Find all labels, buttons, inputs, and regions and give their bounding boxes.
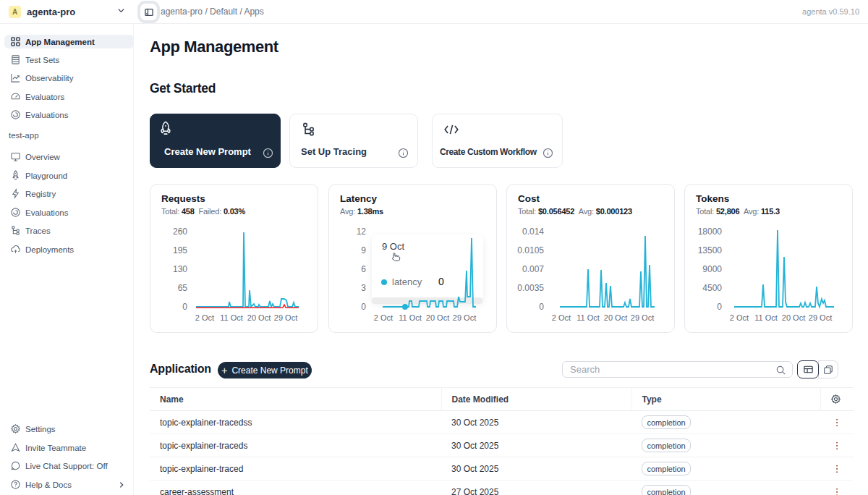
svg-text:29 Oct: 29 Oct xyxy=(809,313,832,322)
svg-text:0.0035: 0.0035 xyxy=(517,283,544,293)
svg-text:0.0105: 0.0105 xyxy=(517,245,544,255)
svg-text:0: 0 xyxy=(182,302,187,312)
svg-text:11 Oct: 11 Oct xyxy=(754,313,778,322)
svg-text:11 Oct: 11 Oct xyxy=(576,313,600,322)
svg-text:65: 65 xyxy=(178,283,188,293)
svg-text:0: 0 xyxy=(539,302,544,312)
svg-text:11 Oct: 11 Oct xyxy=(220,313,243,322)
svg-text:3: 3 xyxy=(361,283,366,293)
svg-text:9000: 9000 xyxy=(702,264,722,274)
svg-text:0: 0 xyxy=(717,302,722,312)
svg-text:20 Oct: 20 Oct xyxy=(426,313,449,322)
svg-text:130: 130 xyxy=(173,264,187,274)
svg-text:29 Oct: 29 Oct xyxy=(631,313,654,322)
svg-text:260: 260 xyxy=(173,227,187,237)
svg-text:18000: 18000 xyxy=(698,227,723,237)
svg-text:2 Oct: 2 Oct xyxy=(374,313,393,322)
svg-text:0.007: 0.007 xyxy=(522,264,544,274)
svg-text:20 Oct: 20 Oct xyxy=(604,313,627,322)
svg-text:4500: 4500 xyxy=(702,283,722,293)
svg-text:9: 9 xyxy=(361,245,366,255)
svg-text:2 Oct: 2 Oct xyxy=(552,313,571,322)
svg-text:12: 12 xyxy=(357,227,367,237)
svg-text:0.014: 0.014 xyxy=(522,227,544,237)
svg-text:2 Oct: 2 Oct xyxy=(195,313,214,322)
svg-text:29 Oct: 29 Oct xyxy=(274,313,297,322)
svg-text:0: 0 xyxy=(361,302,366,312)
svg-text:11 Oct: 11 Oct xyxy=(399,313,422,322)
svg-text:20 Oct: 20 Oct xyxy=(247,313,271,322)
svg-text:13500: 13500 xyxy=(698,245,723,255)
svg-text:2 Oct: 2 Oct xyxy=(730,313,749,322)
svg-text:29 Oct: 29 Oct xyxy=(453,313,476,322)
svg-text:195: 195 xyxy=(173,245,187,255)
svg-text:6: 6 xyxy=(361,264,366,274)
svg-text:20 Oct: 20 Oct xyxy=(782,313,805,322)
